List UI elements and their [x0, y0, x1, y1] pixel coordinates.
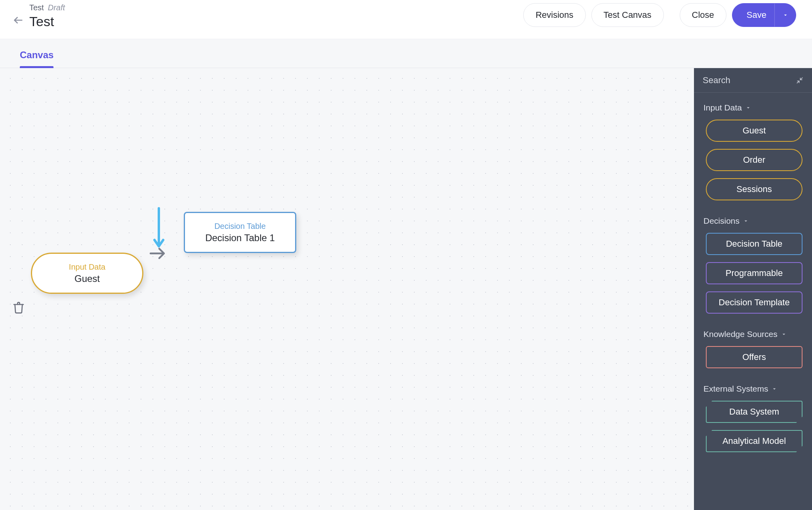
sidebar-search-label: Search: [703, 75, 730, 86]
palette-title-decisions[interactable]: Decisions: [703, 216, 802, 226]
palette-chip-order[interactable]: Order: [706, 149, 802, 171]
sidebar-scroll[interactable]: Input Data Guest Order Sessions Decision…: [694, 93, 812, 510]
palette-chip-decision-template[interactable]: Decision Template: [706, 291, 802, 314]
node-kind-label: Input Data: [69, 263, 105, 272]
node-kind-label: Decision Table: [214, 222, 266, 231]
save-button-label: Save: [747, 10, 766, 20]
palette-title-label: Decisions: [703, 216, 740, 226]
palette-group-input-data: Input Data Guest Order Sessions: [703, 103, 802, 200]
arrow-right-icon: [149, 246, 166, 261]
sidebar-palette: Search Input Data: [694, 68, 812, 510]
palette-title-input-data[interactable]: Input Data: [703, 103, 802, 112]
test-canvas-button[interactable]: Test Canvas: [591, 3, 664, 27]
palette-title-knowledge[interactable]: Knowledge Sources: [703, 329, 802, 339]
breadcrumb: Test Draft: [11, 3, 65, 12]
page-title: Test: [27, 14, 54, 29]
canvas[interactable]: Decision Table Decision Table 1 Input Da…: [0, 68, 694, 510]
breadcrumb-name: Test: [29, 3, 44, 12]
tabstrip: Canvas: [0, 39, 812, 68]
chevron-down-icon: [771, 386, 778, 392]
palette-chip-sessions[interactable]: Sessions: [706, 178, 802, 200]
palette-title-label: Knowledge Sources: [703, 329, 778, 339]
node-name-label: Decision Table 1: [205, 232, 275, 244]
trash-icon[interactable]: [12, 301, 25, 315]
app-root: Test Draft Test Revisions Test Canvas Cl…: [0, 0, 812, 510]
palette-title-external-systems[interactable]: External Systems: [703, 384, 802, 394]
save-caret-icon[interactable]: [774, 4, 796, 27]
palette-chip-programmable[interactable]: Programmable: [706, 262, 802, 284]
breadcrumb-status: Draft: [48, 3, 65, 12]
body: Decision Table Decision Table 1 Input Da…: [0, 68, 812, 510]
palette-title-label: Input Data: [703, 103, 742, 112]
palette-group-decisions: Decisions Decision Table Programmable De…: [703, 216, 802, 314]
chevron-down-icon: [781, 331, 787, 337]
palette-chip-data-system[interactable]: Data System: [706, 401, 802, 423]
canvas-node-input-data[interactable]: Input Data Guest: [31, 253, 143, 294]
chevron-down-icon: [745, 105, 751, 111]
arrow-down-icon: [152, 207, 166, 250]
collapse-icon[interactable]: [796, 77, 803, 84]
palette-chip-analytical-model[interactable]: Analytical Model: [706, 430, 802, 452]
palette-group-external-systems: External Systems Data System Analytical …: [703, 384, 802, 452]
palette-chip-offers[interactable]: Offers: [706, 346, 802, 368]
chevron-down-icon: [743, 218, 749, 224]
tab-canvas[interactable]: Canvas: [20, 49, 53, 68]
canvas-node-decision-table[interactable]: Decision Table Decision Table 1: [184, 212, 296, 253]
revisions-button[interactable]: Revisions: [523, 3, 585, 27]
save-button[interactable]: Save: [732, 3, 796, 27]
header: Test Draft Test Revisions Test Canvas Cl…: [0, 0, 812, 39]
palette-chip-decision-table[interactable]: Decision Table: [706, 233, 802, 255]
close-button[interactable]: Close: [680, 3, 726, 27]
palette-chip-guest[interactable]: Guest: [706, 120, 802, 142]
header-actions: Revisions Test Canvas Close Save: [523, 3, 796, 27]
palette-title-label: External Systems: [703, 384, 768, 394]
palette-group-knowledge: Knowledge Sources Offers: [703, 329, 802, 368]
node-name-label: Guest: [74, 273, 100, 284]
back-arrow-icon[interactable]: [11, 13, 25, 27]
sidebar-search[interactable]: Search: [694, 68, 812, 93]
